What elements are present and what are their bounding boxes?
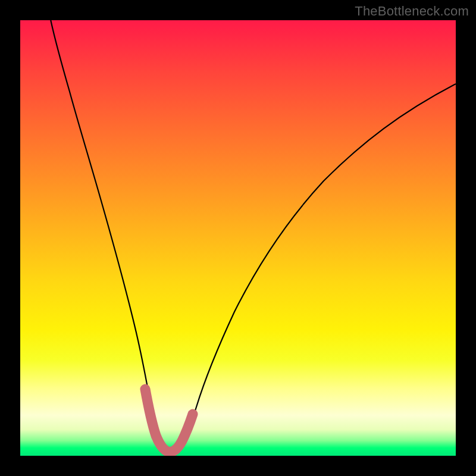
- watermark-text: TheBottleneck.com: [355, 4, 469, 19]
- bottleneck-floor: [145, 389, 193, 452]
- bottleneck-curve: [51, 20, 456, 452]
- curve-layer: [20, 20, 456, 456]
- plot-area: [20, 20, 456, 456]
- chart-frame: TheBottleneck.com: [0, 0, 476, 476]
